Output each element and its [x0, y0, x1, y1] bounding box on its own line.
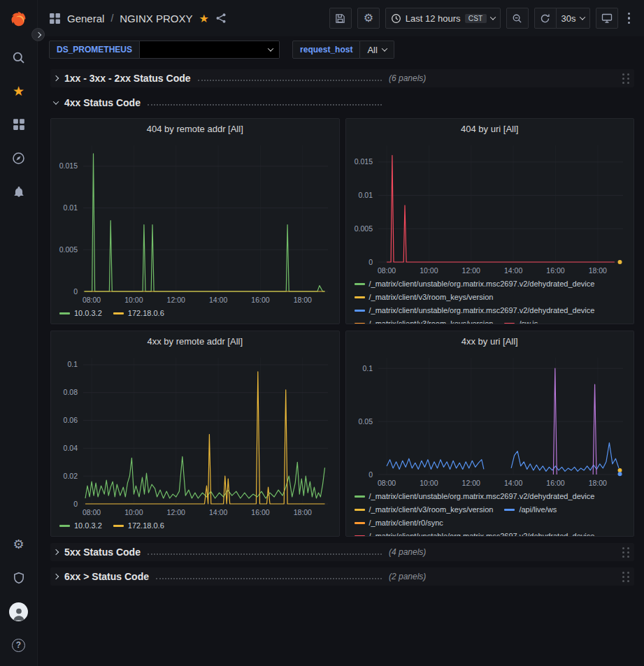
datasource-variable-value[interactable] [140, 41, 280, 59]
time-series-chart: 00.0050.010.01508:0010:0012:0014:0016:00… [51, 138, 339, 307]
panel-404-by-uri: 404 by uri [All] 00.0050.010.01508:0010:… [345, 118, 635, 324]
legend-item[interactable]: 172.18.0.6 [113, 519, 164, 533]
dashboard-settings-button[interactable]: ⚙ [357, 8, 380, 29]
svg-text:14:00: 14:00 [209, 296, 227, 304]
legend-swatch [59, 312, 70, 314]
panel-title[interactable]: 404 by remote addr [All] [51, 119, 339, 138]
save-dashboard-button[interactable] [329, 8, 352, 29]
svg-text:0: 0 [73, 500, 78, 508]
sidebar-item-explore[interactable] [0, 141, 38, 175]
share-icon[interactable] [215, 13, 227, 24]
request-host-variable-label[interactable]: request_host [292, 41, 360, 59]
legend-label: /api/live/ws [519, 503, 557, 516]
breadcrumb-folder[interactable]: General [67, 13, 104, 24]
legend-label: /_matrix/client/v3/room_keys/version [369, 291, 494, 304]
row-panel-count: (6 panels) [389, 73, 426, 83]
row-title: 5xx Status Code [64, 546, 141, 558]
legend-item[interactable]: /_matrix/client/v3/room_keys/version [355, 291, 494, 304]
svg-text:0.01: 0.01 [64, 203, 78, 212]
sidebar-item-dashboards[interactable] [0, 108, 38, 141]
refresh-button[interactable] [534, 8, 557, 29]
panel-title[interactable]: 404 by uri [All] [346, 119, 634, 138]
bell-icon [13, 185, 25, 198]
user-avatar [9, 602, 28, 621]
legend-swatch [504, 323, 515, 324]
search-icon [12, 51, 25, 64]
row-toggle-1xx[interactable]: 1xx - 3xx - 2xx Status Code [50, 73, 386, 84]
legend-item[interactable]: /api/live/ws [504, 503, 557, 516]
row-drag-handle[interactable] [622, 547, 630, 558]
sidebar-item-help[interactable]: ? [0, 628, 38, 662]
dotted-leader [148, 104, 382, 106]
svg-text:0.005: 0.005 [354, 224, 372, 233]
dashboard-variables-bar: DS_PROMETHEUS request_host All [38, 36, 644, 63]
svg-text:0.05: 0.05 [358, 417, 373, 426]
sidebar-top-nav: ★ [0, 32, 38, 208]
zoom-out-button[interactable] [506, 8, 529, 29]
gear-icon: ⚙ [364, 13, 373, 24]
request-host-variable-value[interactable]: All [360, 41, 394, 59]
sidebar-item-server-admin[interactable] [0, 561, 38, 595]
star-icon: ★ [13, 83, 24, 99]
grafana-logo-icon[interactable] [8, 0, 29, 32]
row-toggle-6xx[interactable]: 6xx > Status Code [50, 571, 386, 582]
legend-label: 172.18.0.6 [128, 519, 164, 533]
legend-item[interactable]: /_matrix/client/unstable/org.matrix.msc2… [355, 490, 595, 503]
breadcrumb-dashboard-title[interactable]: NGINX PROXY [120, 13, 192, 24]
legend-item[interactable]: /_matrix/client/r0/sync [355, 516, 443, 530]
svg-text:0: 0 [368, 470, 373, 479]
panel-title[interactable]: 4xx by remote addr [All] [51, 331, 339, 351]
panel-4xx-by-uri: 4xx by uri [All] 00.050.108:0010:0012:00… [345, 331, 635, 537]
main-area: General / NGINX PROXY ★ ⚙ Last 12 hours … [38, 0, 644, 666]
sidebar-item-search[interactable] [0, 41, 38, 74]
svg-text:12:00: 12:00 [167, 296, 185, 304]
dashboards-grid-icon [13, 118, 25, 131]
breadcrumb-separator: / [110, 13, 113, 24]
legend-label: /_matrix/client/unstable/org.matrix.msc2… [369, 490, 595, 503]
panel-title[interactable]: 4xx by uri [All] [346, 331, 634, 351]
favorite-star-icon[interactable]: ★ [199, 12, 208, 25]
svg-text:18:00: 18:00 [294, 508, 312, 516]
legend-item[interactable]: /_matrix/client/v3/room_keys/version [355, 317, 494, 324]
legend-item[interactable]: /_matrix/client/unstable/org.matrix.msc2… [355, 277, 595, 291]
sidebar-item-starred[interactable]: ★ [0, 74, 38, 108]
legend-label: 10.0.3.2 [74, 307, 102, 320]
more-options-kebab[interactable] [624, 10, 635, 27]
legend-swatch [113, 525, 124, 527]
legend-item[interactable]: 172.18.0.6 [113, 307, 164, 320]
chevron-down-icon [579, 14, 585, 20]
chevron-right-icon [54, 574, 58, 579]
svg-text:12:00: 12:00 [167, 508, 185, 516]
sidebar-expand-button[interactable] [31, 28, 45, 41]
clock-icon [391, 13, 401, 24]
chevron-down-icon [382, 45, 387, 51]
refresh-interval-value: 30s [561, 13, 576, 24]
chevron-right-icon [54, 550, 58, 554]
datasource-variable-label[interactable]: DS_PROMETHEUS [49, 41, 140, 59]
row-drag-handle[interactable] [622, 73, 630, 84]
panel-legend: 10.0.3.2172.18.0.6 [51, 519, 339, 536]
legend-item[interactable]: /sw.js [504, 317, 538, 324]
time-range-label: Last 12 hours [406, 13, 461, 24]
legend-item[interactable]: /_matrix/client/v3/room_keys/version [355, 503, 494, 516]
row-drag-handle[interactable] [622, 572, 630, 582]
legend-item[interactable]: /_matrix/client/unstable/org.matrix.msc2… [355, 530, 595, 536]
svg-text:10:00: 10:00 [420, 479, 438, 487]
sidebar-item-configuration[interactable]: ⚙ [0, 528, 38, 561]
row-toggle-5xx[interactable]: 5xx Status Code [50, 546, 386, 558]
refresh-interval-dropdown[interactable]: 30s [557, 8, 590, 29]
svg-text:10:00: 10:00 [124, 296, 143, 304]
panel-legend: /_matrix/client/unstable/org.matrix.msc2… [346, 277, 634, 324]
legend-item[interactable]: 10.0.3.2 [59, 519, 102, 533]
sidebar-item-profile[interactable] [0, 595, 38, 628]
legend-item[interactable]: /_matrix/client/unstable/org.matrix.msc2… [355, 304, 595, 317]
tv-mode-button[interactable] [596, 8, 618, 29]
legend-item[interactable]: 10.0.3.2 [59, 307, 102, 320]
sidebar-item-alerting[interactable] [0, 175, 38, 208]
row-toggle-4xx[interactable]: 4xx Status Code [50, 97, 386, 108]
time-range-picker[interactable]: Last 12 hours CST [385, 8, 501, 29]
svg-text:14:00: 14:00 [209, 508, 227, 516]
row-title: 1xx - 3xx - 2xx Status Code [64, 73, 191, 84]
gear-icon: ⚙ [13, 538, 24, 551]
svg-text:16:00: 16:00 [251, 508, 269, 516]
